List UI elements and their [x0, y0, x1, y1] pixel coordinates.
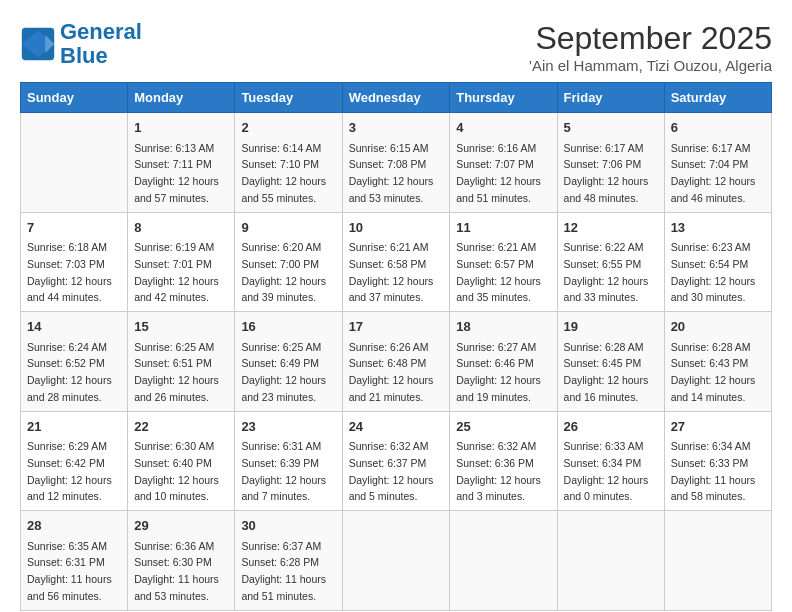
day-number: 14: [27, 317, 121, 337]
calendar-cell: 22Sunrise: 6:30 AM Sunset: 6:40 PM Dayli…: [128, 411, 235, 511]
day-number: 1: [134, 118, 228, 138]
calendar-cell: 9Sunrise: 6:20 AM Sunset: 7:00 PM Daylig…: [235, 212, 342, 312]
day-number: 19: [564, 317, 658, 337]
day-info: Sunrise: 6:23 AM Sunset: 6:54 PM Dayligh…: [671, 241, 756, 303]
day-info: Sunrise: 6:25 AM Sunset: 6:51 PM Dayligh…: [134, 341, 219, 403]
calendar-cell: 5Sunrise: 6:17 AM Sunset: 7:06 PM Daylig…: [557, 113, 664, 213]
day-number: 2: [241, 118, 335, 138]
week-row-4: 21Sunrise: 6:29 AM Sunset: 6:42 PM Dayli…: [21, 411, 772, 511]
calendar-cell: 1Sunrise: 6:13 AM Sunset: 7:11 PM Daylig…: [128, 113, 235, 213]
location-subtitle: 'Ain el Hammam, Tizi Ouzou, Algeria: [529, 57, 772, 74]
day-info: Sunrise: 6:15 AM Sunset: 7:08 PM Dayligh…: [349, 142, 434, 204]
calendar-cell: 2Sunrise: 6:14 AM Sunset: 7:10 PM Daylig…: [235, 113, 342, 213]
calendar-cell: [557, 511, 664, 611]
calendar-cell: [21, 113, 128, 213]
calendar-cell: 18Sunrise: 6:27 AM Sunset: 6:46 PM Dayli…: [450, 312, 557, 412]
day-number: 12: [564, 218, 658, 238]
logo: General Blue: [20, 20, 142, 68]
logo-text: General Blue: [60, 20, 142, 68]
day-number: 10: [349, 218, 444, 238]
day-number: 15: [134, 317, 228, 337]
logo-line2: Blue: [60, 43, 108, 68]
day-info: Sunrise: 6:22 AM Sunset: 6:55 PM Dayligh…: [564, 241, 649, 303]
day-number: 30: [241, 516, 335, 536]
day-info: Sunrise: 6:16 AM Sunset: 7:07 PM Dayligh…: [456, 142, 541, 204]
day-info: Sunrise: 6:20 AM Sunset: 7:00 PM Dayligh…: [241, 241, 326, 303]
day-number: 9: [241, 218, 335, 238]
day-info: Sunrise: 6:37 AM Sunset: 6:28 PM Dayligh…: [241, 540, 326, 602]
day-number: 11: [456, 218, 550, 238]
calendar-cell: 30Sunrise: 6:37 AM Sunset: 6:28 PM Dayli…: [235, 511, 342, 611]
calendar-table: SundayMondayTuesdayWednesdayThursdayFrid…: [20, 82, 772, 611]
calendar-cell: 16Sunrise: 6:25 AM Sunset: 6:49 PM Dayli…: [235, 312, 342, 412]
day-number: 8: [134, 218, 228, 238]
week-row-2: 7Sunrise: 6:18 AM Sunset: 7:03 PM Daylig…: [21, 212, 772, 312]
day-header-saturday: Saturday: [664, 83, 771, 113]
day-number: 6: [671, 118, 765, 138]
day-info: Sunrise: 6:27 AM Sunset: 6:46 PM Dayligh…: [456, 341, 541, 403]
calendar-cell: 13Sunrise: 6:23 AM Sunset: 6:54 PM Dayli…: [664, 212, 771, 312]
day-info: Sunrise: 6:35 AM Sunset: 6:31 PM Dayligh…: [27, 540, 112, 602]
day-info: Sunrise: 6:30 AM Sunset: 6:40 PM Dayligh…: [134, 440, 219, 502]
day-info: Sunrise: 6:24 AM Sunset: 6:52 PM Dayligh…: [27, 341, 112, 403]
day-info: Sunrise: 6:19 AM Sunset: 7:01 PM Dayligh…: [134, 241, 219, 303]
day-info: Sunrise: 6:31 AM Sunset: 6:39 PM Dayligh…: [241, 440, 326, 502]
day-info: Sunrise: 6:17 AM Sunset: 7:06 PM Dayligh…: [564, 142, 649, 204]
day-number: 18: [456, 317, 550, 337]
day-number: 17: [349, 317, 444, 337]
day-number: 3: [349, 118, 444, 138]
calendar-cell: 10Sunrise: 6:21 AM Sunset: 6:58 PM Dayli…: [342, 212, 450, 312]
day-info: Sunrise: 6:17 AM Sunset: 7:04 PM Dayligh…: [671, 142, 756, 204]
day-info: Sunrise: 6:34 AM Sunset: 6:33 PM Dayligh…: [671, 440, 756, 502]
page-header: General Blue September 2025 'Ain el Hamm…: [20, 20, 772, 74]
day-info: Sunrise: 6:14 AM Sunset: 7:10 PM Dayligh…: [241, 142, 326, 204]
day-info: Sunrise: 6:26 AM Sunset: 6:48 PM Dayligh…: [349, 341, 434, 403]
day-info: Sunrise: 6:36 AM Sunset: 6:30 PM Dayligh…: [134, 540, 219, 602]
day-info: Sunrise: 6:33 AM Sunset: 6:34 PM Dayligh…: [564, 440, 649, 502]
calendar-cell: 23Sunrise: 6:31 AM Sunset: 6:39 PM Dayli…: [235, 411, 342, 511]
calendar-cell: 7Sunrise: 6:18 AM Sunset: 7:03 PM Daylig…: [21, 212, 128, 312]
calendar-cell: 6Sunrise: 6:17 AM Sunset: 7:04 PM Daylig…: [664, 113, 771, 213]
day-number: 20: [671, 317, 765, 337]
day-number: 13: [671, 218, 765, 238]
week-row-5: 28Sunrise: 6:35 AM Sunset: 6:31 PM Dayli…: [21, 511, 772, 611]
day-info: Sunrise: 6:25 AM Sunset: 6:49 PM Dayligh…: [241, 341, 326, 403]
calendar-cell: 25Sunrise: 6:32 AM Sunset: 6:36 PM Dayli…: [450, 411, 557, 511]
day-info: Sunrise: 6:21 AM Sunset: 6:58 PM Dayligh…: [349, 241, 434, 303]
calendar-cell: 28Sunrise: 6:35 AM Sunset: 6:31 PM Dayli…: [21, 511, 128, 611]
calendar-cell: 3Sunrise: 6:15 AM Sunset: 7:08 PM Daylig…: [342, 113, 450, 213]
day-number: 29: [134, 516, 228, 536]
calendar-cell: 26Sunrise: 6:33 AM Sunset: 6:34 PM Dayli…: [557, 411, 664, 511]
title-block: September 2025 'Ain el Hammam, Tizi Ouzo…: [529, 20, 772, 74]
day-number: 25: [456, 417, 550, 437]
month-title: September 2025: [529, 20, 772, 57]
calendar-cell: 14Sunrise: 6:24 AM Sunset: 6:52 PM Dayli…: [21, 312, 128, 412]
day-info: Sunrise: 6:21 AM Sunset: 6:57 PM Dayligh…: [456, 241, 541, 303]
calendar-cell: [342, 511, 450, 611]
day-info: Sunrise: 6:29 AM Sunset: 6:42 PM Dayligh…: [27, 440, 112, 502]
logo-line1: General: [60, 19, 142, 44]
day-number: 21: [27, 417, 121, 437]
calendar-cell: 15Sunrise: 6:25 AM Sunset: 6:51 PM Dayli…: [128, 312, 235, 412]
calendar-cell: [664, 511, 771, 611]
day-number: 23: [241, 417, 335, 437]
day-number: 27: [671, 417, 765, 437]
day-number: 22: [134, 417, 228, 437]
day-header-friday: Friday: [557, 83, 664, 113]
calendar-cell: 19Sunrise: 6:28 AM Sunset: 6:45 PM Dayli…: [557, 312, 664, 412]
day-info: Sunrise: 6:13 AM Sunset: 7:11 PM Dayligh…: [134, 142, 219, 204]
calendar-cell: 17Sunrise: 6:26 AM Sunset: 6:48 PM Dayli…: [342, 312, 450, 412]
calendar-cell: 8Sunrise: 6:19 AM Sunset: 7:01 PM Daylig…: [128, 212, 235, 312]
calendar-cell: 29Sunrise: 6:36 AM Sunset: 6:30 PM Dayli…: [128, 511, 235, 611]
day-info: Sunrise: 6:28 AM Sunset: 6:45 PM Dayligh…: [564, 341, 649, 403]
calendar-cell: 21Sunrise: 6:29 AM Sunset: 6:42 PM Dayli…: [21, 411, 128, 511]
calendar-cell: 24Sunrise: 6:32 AM Sunset: 6:37 PM Dayli…: [342, 411, 450, 511]
day-header-sunday: Sunday: [21, 83, 128, 113]
day-number: 26: [564, 417, 658, 437]
week-row-1: 1Sunrise: 6:13 AM Sunset: 7:11 PM Daylig…: [21, 113, 772, 213]
header-row: SundayMondayTuesdayWednesdayThursdayFrid…: [21, 83, 772, 113]
day-info: Sunrise: 6:32 AM Sunset: 6:37 PM Dayligh…: [349, 440, 434, 502]
week-row-3: 14Sunrise: 6:24 AM Sunset: 6:52 PM Dayli…: [21, 312, 772, 412]
day-header-thursday: Thursday: [450, 83, 557, 113]
day-number: 5: [564, 118, 658, 138]
